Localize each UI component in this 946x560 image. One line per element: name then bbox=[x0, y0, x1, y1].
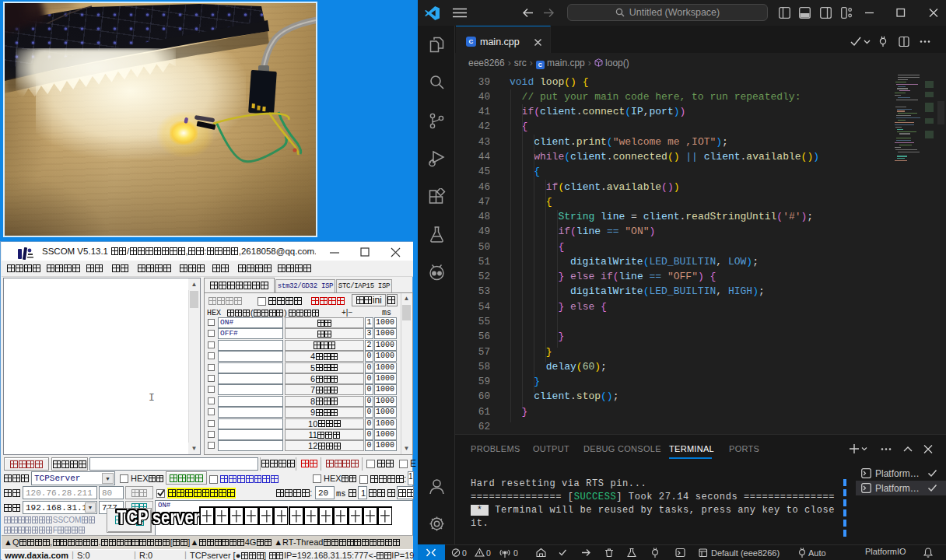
svg-text:0: 0 bbox=[513, 548, 518, 558]
svg-text:0: 0 bbox=[486, 548, 491, 558]
svg-text:Default (eee8266): Default (eee8266) bbox=[711, 548, 780, 558]
svg-text:Auto: Auto bbox=[808, 548, 826, 558]
svg-text:0: 0 bbox=[462, 548, 467, 558]
